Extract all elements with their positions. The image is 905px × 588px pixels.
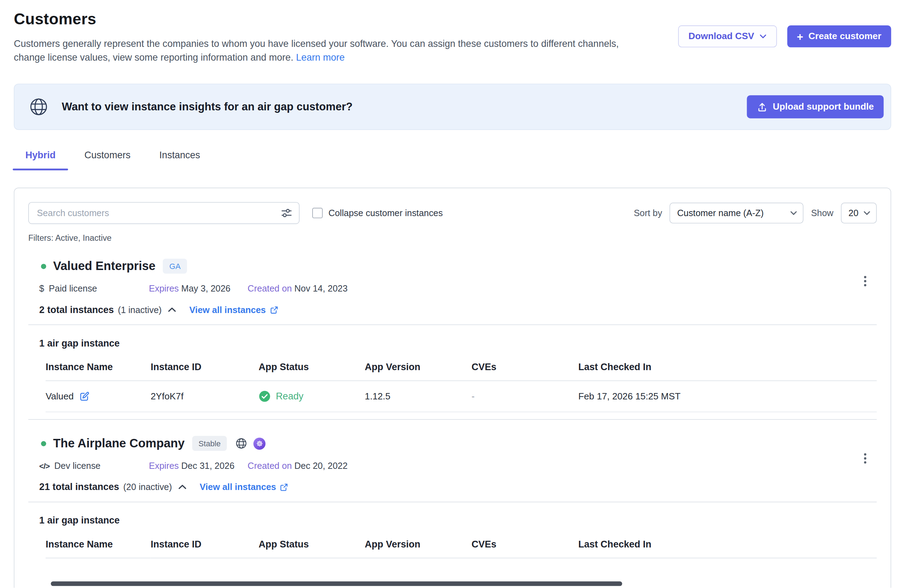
view-all-label: View all instances <box>200 482 276 492</box>
status-dot <box>41 441 46 446</box>
learn-more-link[interactable]: Learn more <box>296 52 345 62</box>
show-label: Show <box>811 208 834 218</box>
filter-sliders-icon[interactable] <box>281 208 292 221</box>
col-header-app-status: App Status <box>259 535 365 558</box>
created-label: Created on <box>248 283 292 293</box>
tab-instances[interactable]: Instances <box>159 149 200 170</box>
plus-icon: + <box>797 31 803 42</box>
col-header-instance-id: Instance ID <box>151 535 258 558</box>
upload-support-bundle-button[interactable]: Upload support bundle <box>747 95 883 118</box>
instances-table: Instance Name Instance ID App Status App… <box>46 358 876 412</box>
col-header-last-checked-in: Last Checked In <box>578 535 877 558</box>
show-select-value: 20 <box>849 208 859 218</box>
view-all-instances-link[interactable]: View all instances <box>200 482 288 492</box>
col-header-app-status: App Status <box>259 358 365 381</box>
edit-pencil-icon[interactable] <box>79 391 90 402</box>
chevron-up-icon[interactable] <box>168 307 176 312</box>
create-customer-label: Create customer <box>808 31 881 41</box>
view-all-instances-link[interactable]: View all instances <box>189 305 278 315</box>
checkbox-icon[interactable] <box>312 208 322 218</box>
external-link-icon <box>280 483 288 491</box>
customer-name[interactable]: The Airplane Company <box>53 436 185 450</box>
customer-card-valued-enterprise: Valued Enterprise GA $ Paid license Expi… <box>28 259 877 412</box>
globe-icon <box>235 437 248 450</box>
page-description: Customers generally represent the compan… <box>14 36 644 64</box>
table-row-cell-app-status: Ready <box>259 381 365 412</box>
search-input[interactable] <box>28 202 300 224</box>
col-header-instance-name: Instance Name <box>46 535 151 558</box>
license-type: Dev license <box>54 461 100 471</box>
download-csv-label: Download CSV <box>689 31 754 41</box>
created-value: Nov 14, 2023 <box>294 283 348 293</box>
banner-title: Want to view instance insights for an ai… <box>62 100 747 113</box>
view-all-label: View all instances <box>189 305 266 315</box>
code-icon: </> <box>39 461 50 470</box>
collapse-instances-checkbox[interactable]: Collapse customer instances <box>312 208 443 218</box>
col-header-last-checked-in: Last Checked In <box>578 358 877 381</box>
show-select[interactable]: 20 <box>841 203 877 224</box>
kebab-menu-icon[interactable] <box>862 451 869 466</box>
kebab-menu-icon[interactable] <box>862 273 869 289</box>
active-filters-text: Filters: Active, Inactive <box>28 234 877 243</box>
sort-select-value: Customer name (A-Z) <box>677 208 763 218</box>
dollar-icon: $ <box>39 283 44 294</box>
status-dot <box>41 264 46 269</box>
chevron-down-icon <box>759 34 767 39</box>
col-header-cves: CVEs <box>472 358 578 381</box>
instances-total: 2 total instances <box>39 304 114 315</box>
table-row-cell-app-version: 1.12.5 <box>365 381 472 412</box>
section-divider <box>28 502 877 502</box>
instances-summary: 2 total instances (1 inactive) View all … <box>28 304 877 315</box>
customer-card-the-airplane-company: The Airplane Company Stable ☸ <box>28 436 877 558</box>
col-header-instance-name: Instance Name <box>46 358 151 381</box>
table-row-cell-last-checked-in: Feb 17, 2026 15:25 MST <box>578 381 877 412</box>
horizontal-scrollbar-thumb[interactable] <box>51 581 622 586</box>
col-header-instance-id: Instance ID <box>151 358 258 381</box>
col-header-app-version: App Version <box>365 358 472 381</box>
external-link-icon <box>270 306 278 314</box>
created-value: Dec 20, 2022 <box>294 461 348 470</box>
expires-label: Expires <box>149 461 179 470</box>
kubernetes-icon: ☸ <box>253 437 265 450</box>
tab-hybrid[interactable]: Hybrid <box>25 149 56 170</box>
page-title: Customers <box>14 10 644 28</box>
expires-value: Dec 31, 2026 <box>181 461 234 470</box>
customer-name[interactable]: Valued Enterprise <box>53 259 156 273</box>
expires-label: Expires <box>149 283 179 293</box>
instance-name: Valued <box>46 391 74 402</box>
channel-badge: Stable <box>192 436 227 451</box>
airgap-heading: 1 air gap instance <box>28 338 877 349</box>
app-window: Customers Customers generally represent … <box>0 0 905 588</box>
license-type: Paid license <box>49 283 97 294</box>
download-csv-button[interactable]: Download CSV <box>678 25 777 47</box>
create-customer-button[interactable]: + Create customer <box>787 25 891 47</box>
customer-separator <box>28 419 877 420</box>
col-header-app-version: App Version <box>365 535 472 558</box>
tab-customers[interactable]: Customers <box>84 149 131 170</box>
col-header-cves: CVEs <box>472 535 578 558</box>
channel-badge: GA <box>163 259 187 274</box>
collapse-instances-label: Collapse customer instances <box>329 208 443 218</box>
check-circle-icon <box>259 390 271 402</box>
instances-inactive: (20 inactive) <box>123 482 172 492</box>
customers-panel: Collapse customer instances Sort by Cust… <box>14 188 891 588</box>
chevron-down-icon <box>864 211 870 215</box>
created-label: Created on <box>248 461 292 470</box>
chevron-down-icon <box>790 211 797 215</box>
instances-summary: 21 total instances (20 inactive) View al… <box>28 482 877 493</box>
upload-icon <box>757 101 768 112</box>
table-row-cell-instance-name: Valued <box>46 381 151 412</box>
customer-meta: $ Paid license Expires May 3, 2026 Creat… <box>28 283 877 294</box>
tab-bar: Hybrid Customers Instances <box>14 149 891 170</box>
airgap-heading: 1 air gap instance <box>28 515 877 526</box>
chevron-up-icon[interactable] <box>178 485 186 489</box>
customer-meta: </> Dev license Expires Dec 31, 2026 Cre… <box>28 461 877 471</box>
instances-table: Instance Name Instance ID App Status App… <box>46 535 876 558</box>
sort-select[interactable]: Customer name (A-Z) <box>670 203 803 224</box>
table-row-cell-cves: - <box>472 381 578 412</box>
instances-total: 21 total instances <box>39 482 119 493</box>
page-header: Customers Customers generally represent … <box>14 10 891 64</box>
globe-icon <box>28 97 49 118</box>
instances-inactive: (1 inactive) <box>118 305 162 315</box>
airgap-banner: Want to view instance insights for an ai… <box>14 84 891 130</box>
